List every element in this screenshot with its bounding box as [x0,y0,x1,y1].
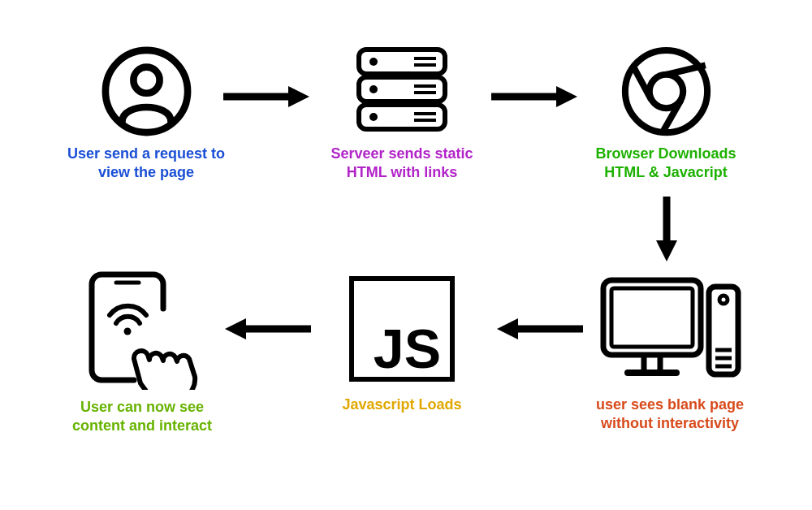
node-user-interacts: User can now see content and interact [45,268,240,434]
svg-rect-22 [603,280,701,355]
arrow-user-to-server [222,84,311,109]
user-request-label: User send a request to view the page [57,145,235,181]
svg-marker-21 [656,240,677,261]
node-server: Serveer sends static HTML with links [309,45,495,181]
svg-point-28 [719,296,728,304]
svg-point-7 [369,58,378,66]
svg-point-9 [369,113,378,121]
blank-page-label: user sees blank page without interactivi… [568,395,771,432]
node-browser: Browser Downloads HTML & Javacript [577,45,755,181]
browser-icon [577,45,755,138]
server-icon [309,45,495,138]
node-blank-page: user sees blank page without interactivi… [568,272,771,432]
js-loads-label: Javascript Loads [317,395,487,414]
arrow-desktop-to-js [495,317,585,341]
svg-rect-23 [611,288,693,347]
javascript-icon: JS [317,272,487,386]
server-label: Serveer sends static HTML with links [309,145,495,181]
node-js-loads: JS Javascript Loads [317,272,487,414]
svg-text:JS: JS [374,318,441,379]
svg-marker-3 [288,86,309,107]
svg-marker-33 [497,318,518,339]
node-user-request: User send a request to view the page [57,45,235,181]
user-icon [57,45,235,138]
desktop-icon [568,272,771,386]
svg-point-8 [369,85,378,93]
arrow-browser-to-desktop [654,195,679,264]
arrow-server-to-browser [490,84,579,109]
user-interacts-label: User can now see content and interact [45,398,240,434]
browser-label: Browser Downloads HTML & Javacript [577,145,755,181]
svg-point-1 [133,67,159,93]
svg-marker-17 [556,86,577,107]
svg-rect-27 [709,287,738,374]
svg-point-39 [124,328,132,335]
touch-icon [45,268,240,390]
